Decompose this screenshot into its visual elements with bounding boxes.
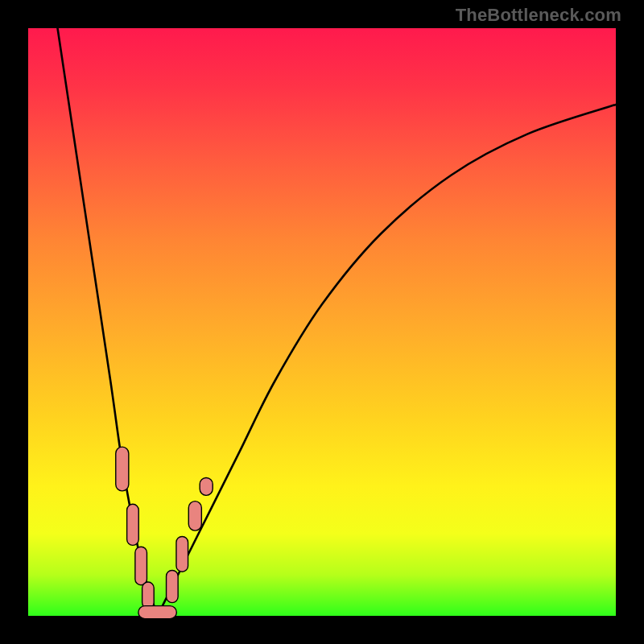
- outer-frame: TheBottleneck.com: [0, 0, 644, 644]
- plot-area: [28, 28, 616, 616]
- attribution-text: TheBottleneck.com: [456, 5, 621, 26]
